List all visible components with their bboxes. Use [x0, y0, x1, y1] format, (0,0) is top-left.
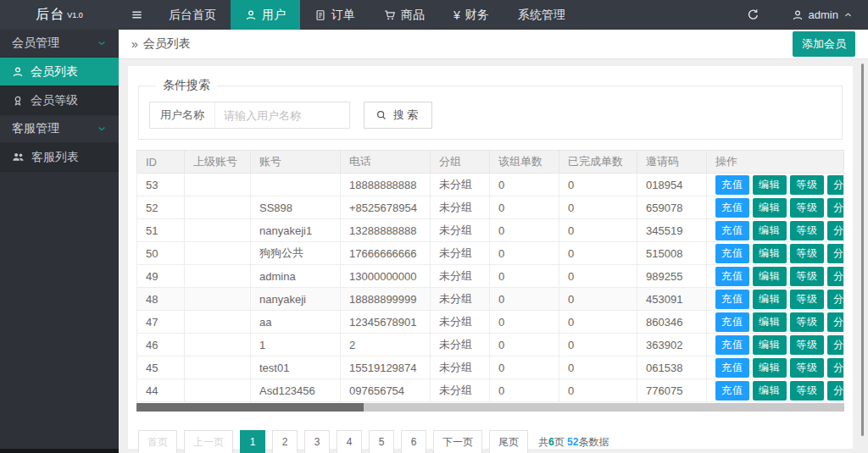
- action-group-button[interactable]: 分组: [827, 358, 844, 378]
- table-row: 47aa12345678901未分组00860346充值编辑等级分组禁用: [137, 311, 844, 334]
- cell-group_orders: 0: [490, 379, 559, 402]
- content-card: 条件搜索 用户名称 搜索: [128, 66, 853, 449]
- nav-item-users[interactable]: 用户: [231, 0, 300, 30]
- next-page-button[interactable]: 下一页: [433, 430, 482, 453]
- action-recharge-button[interactable]: 充值: [715, 381, 749, 401]
- user-icon: [12, 66, 24, 78]
- action-recharge-button[interactable]: 充值: [715, 198, 749, 218]
- table-row: 45test0115519129874未分组00061538充值编辑等级分组禁用: [137, 356, 844, 379]
- sidebar-item-customer-service-list[interactable]: 客服列表: [0, 143, 119, 172]
- cell-completed_orders: 0: [559, 334, 637, 356]
- action-level-button[interactable]: 等级: [790, 221, 824, 240]
- vertical-scrollbar-thumb[interactable]: [861, 64, 864, 436]
- cell-account: admina: [251, 265, 341, 288]
- action-recharge-button[interactable]: 充值: [715, 244, 749, 263]
- action-edit-button[interactable]: 编辑: [753, 244, 787, 263]
- action-edit-button[interactable]: 编辑: [753, 312, 787, 332]
- page-number-button[interactable]: 2: [272, 430, 298, 453]
- nav-item-finance[interactable]: ¥财务: [439, 0, 504, 30]
- cell-id: 52: [137, 196, 185, 219]
- cell-actions: 充值编辑等级分组禁用: [707, 196, 844, 219]
- action-level-button[interactable]: 等级: [790, 312, 824, 332]
- action-edit-button[interactable]: 编辑: [753, 290, 787, 309]
- action-level-button[interactable]: 等级: [790, 381, 824, 401]
- page-number-button[interactable]: 5: [369, 430, 394, 453]
- action-edit-button[interactable]: 编辑: [753, 381, 787, 401]
- brand-version: V1.0: [67, 11, 83, 19]
- page-number-button[interactable]: 1: [240, 430, 265, 453]
- user-menu[interactable]: admin: [776, 0, 868, 30]
- action-recharge-button[interactable]: 充值: [715, 335, 749, 355]
- action-recharge-button[interactable]: 充值: [715, 221, 749, 240]
- action-group-button[interactable]: 分组: [827, 335, 844, 355]
- add-member-button[interactable]: 添加会员: [793, 31, 855, 57]
- action-group-button[interactable]: 分组: [827, 381, 844, 401]
- action-edit-button[interactable]: 编辑: [753, 267, 787, 286]
- sidebar-group-customer-service-management[interactable]: 客服管理: [0, 115, 119, 143]
- nav-item-home[interactable]: 后台首页: [154, 0, 231, 30]
- horizontal-scrollbar-track[interactable]: [136, 403, 844, 412]
- action-edit-button[interactable]: 编辑: [753, 221, 787, 240]
- action-level-button[interactable]: 等级: [790, 244, 824, 263]
- nav-item-goods[interactable]: 商品: [370, 0, 439, 30]
- table-row: 44Asd123456097656754未分组00776075充值编辑等级分组禁…: [137, 379, 844, 402]
- action-edit-button[interactable]: 编辑: [753, 358, 787, 378]
- action-level-button[interactable]: 等级: [790, 290, 824, 309]
- action-recharge-button[interactable]: 充值: [715, 290, 749, 309]
- cell-account: nanyakeji1: [251, 219, 341, 242]
- action-group-button[interactable]: 分组: [827, 221, 844, 240]
- cell-group: 未分组: [431, 242, 490, 265]
- cell-phone: 18888888888: [341, 174, 431, 196]
- refresh-button[interactable]: [730, 0, 776, 30]
- action-level-button[interactable]: 等级: [790, 175, 824, 195]
- action-level-button[interactable]: 等级: [790, 267, 824, 286]
- action-recharge-button[interactable]: 充值: [715, 267, 749, 286]
- action-group-button[interactable]: 分组: [827, 312, 844, 332]
- cell-actions: 充值编辑等级分组禁用: [707, 334, 844, 356]
- cell-id: 49: [137, 265, 185, 288]
- action-level-button[interactable]: 等级: [790, 198, 824, 218]
- action-recharge-button[interactable]: 充值: [715, 312, 749, 332]
- cell-parent_account: [185, 356, 251, 379]
- search-panel-legend: 条件搜索: [156, 78, 217, 93]
- nav-item-label: 用户: [262, 8, 286, 23]
- cell-group_orders: 0: [490, 288, 559, 311]
- action-group-button[interactable]: 分组: [827, 244, 844, 263]
- action-recharge-button[interactable]: 充值: [715, 175, 749, 195]
- action-group-button[interactable]: 分组: [827, 175, 844, 195]
- cell-actions: 充值编辑等级分组禁用: [707, 219, 844, 242]
- username-input[interactable]: [215, 102, 349, 128]
- cell-group_orders: 0: [490, 174, 559, 196]
- action-edit-button[interactable]: 编辑: [753, 335, 787, 355]
- cell-parent_account: [185, 196, 251, 219]
- page-number-button[interactable]: 3: [304, 430, 330, 453]
- cell-id: 53: [137, 174, 185, 196]
- sidebar-group-member-management[interactable]: 会员管理: [0, 30, 119, 58]
- action-group-button[interactable]: 分组: [827, 290, 844, 309]
- prev-page-button[interactable]: 上一页: [184, 430, 233, 453]
- nav-item-orders[interactable]: 订单: [300, 0, 370, 30]
- sidebar-item-label: 客服列表: [31, 150, 79, 165]
- nav-item-system[interactable]: 系统管理: [504, 0, 580, 30]
- action-recharge-button[interactable]: 充值: [715, 358, 749, 378]
- cell-completed_orders: 0: [559, 379, 637, 402]
- last-page-button[interactable]: 尾页: [489, 430, 528, 453]
- action-edit-button[interactable]: 编辑: [753, 175, 787, 195]
- action-edit-button[interactable]: 编辑: [753, 198, 787, 218]
- cell-parent_account: [185, 174, 251, 196]
- action-level-button[interactable]: 等级: [790, 358, 824, 378]
- cell-completed_orders: 0: [559, 356, 637, 379]
- sidebar-item-member-list[interactable]: 会员列表: [0, 58, 119, 86]
- page-number-button[interactable]: 4: [337, 430, 362, 453]
- action-group-button[interactable]: 分组: [827, 267, 844, 286]
- search-button-label: 搜索: [393, 108, 420, 123]
- page-number-button[interactable]: 6: [401, 430, 426, 453]
- search-button[interactable]: 搜索: [364, 102, 432, 129]
- first-page-button[interactable]: 首页: [138, 430, 177, 453]
- sidebar-collapse-button[interactable]: [119, 0, 154, 30]
- action-group-button[interactable]: 分组: [827, 198, 844, 218]
- sidebar-item-member-level[interactable]: 会员等级: [0, 86, 119, 115]
- cell-invite_code: 061538: [637, 356, 707, 379]
- horizontal-scrollbar-thumb[interactable]: [136, 403, 364, 412]
- action-level-button[interactable]: 等级: [790, 335, 824, 355]
